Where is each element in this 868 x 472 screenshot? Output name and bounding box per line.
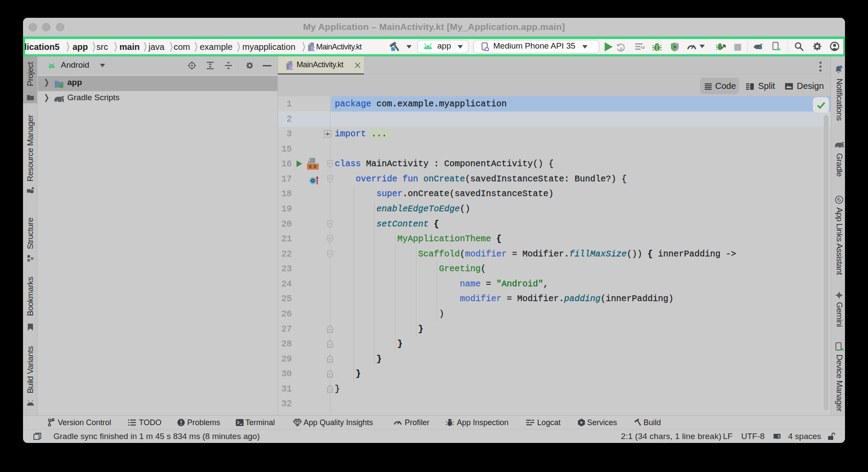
svg-text:A: A bbox=[620, 46, 623, 52]
